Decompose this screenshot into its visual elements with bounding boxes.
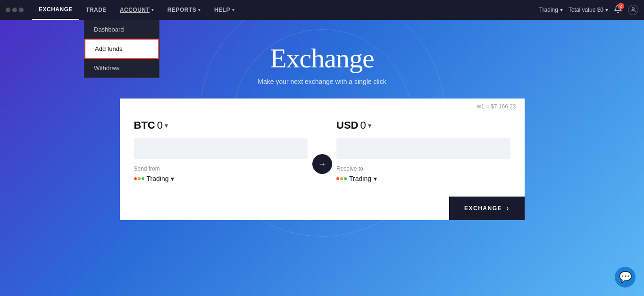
dropdown-add-funds[interactable]: Add funds xyxy=(84,39,159,59)
btc-currency-header: BTC 0 ▾ xyxy=(134,119,308,132)
chevron-down-icon: ▾ xyxy=(560,7,563,13)
usd-select-chevron[interactable]: ▾ xyxy=(368,122,371,129)
window-controls xyxy=(6,8,24,12)
card-left: BTC 0 ▾ Send from Trading ▾ xyxy=(120,110,322,197)
svg-point-0 xyxy=(632,8,635,10)
arrow-right-icon: › xyxy=(507,205,510,212)
nav-reports[interactable]: REPORTS ▾ xyxy=(161,0,208,20)
usd-currency-header: USD 0 ▾ xyxy=(336,119,510,132)
dropdown-withdraw[interactable]: Withdraw xyxy=(84,59,159,77)
navbar: EXCHANGE TRADE ACCOUNT ▾ REPORTS ▾ HELP … xyxy=(0,0,644,20)
card-right: USD 0 ▾ Receive to Trading ▾ xyxy=(322,110,525,197)
chat-bubble[interactable]: 💬 xyxy=(615,267,636,288)
notification-count: 2 xyxy=(618,3,624,9)
account-dropdown: Dashboard Add funds Withdraw xyxy=(84,20,159,78)
wallet-dots xyxy=(134,177,144,180)
wallet-dots-right xyxy=(336,177,347,180)
exchange-button[interactable]: EXCHANGE › xyxy=(449,197,525,220)
page-subtitle: Make your next exchange with a single cl… xyxy=(258,78,386,85)
swap-arrow[interactable]: → xyxy=(312,154,332,174)
chevron-down-icon: ▾ xyxy=(605,7,608,13)
nav-help[interactable]: HELP ▾ xyxy=(208,0,242,20)
usd-balance: 0 xyxy=(360,119,366,132)
nav-exchange[interactable]: EXCHANGE xyxy=(32,0,79,20)
trading-selector[interactable]: Trading ▾ xyxy=(539,7,563,13)
nav-links: EXCHANGE TRADE ACCOUNT ▾ REPORTS ▾ HELP … xyxy=(32,0,539,20)
receive-to-label: Receive to xyxy=(336,165,510,172)
hero-section: Exchange Make your next exchange with a … xyxy=(258,42,386,85)
btc-label: BTC xyxy=(134,119,155,132)
dot-yellow xyxy=(12,8,17,12)
usd-input[interactable] xyxy=(336,138,510,159)
chevron-down-icon: ▾ xyxy=(232,8,235,12)
chevron-down-icon: ▾ xyxy=(198,8,201,12)
dropdown-dashboard[interactable]: Dashboard xyxy=(84,20,159,39)
total-value: Total value $0 ▾ xyxy=(569,7,608,13)
usd-label: USD xyxy=(336,119,358,132)
page-title: Exchange xyxy=(258,42,386,74)
dot-icon-r2 xyxy=(340,177,343,180)
send-wallet-selector[interactable]: Trading ▾ xyxy=(134,175,308,182)
btc-select-chevron[interactable]: ▾ xyxy=(165,122,168,129)
chevron-down-icon: ▾ xyxy=(151,8,154,12)
receive-wallet-chevron: ▾ xyxy=(374,175,377,182)
dot-green xyxy=(19,8,24,12)
nav-trade[interactable]: TRADE xyxy=(79,0,113,20)
exchange-rate: ≋1 = $7,166.23 xyxy=(120,99,525,110)
nav-account[interactable]: ACCOUNT ▾ xyxy=(113,0,161,20)
dot-icon-1 xyxy=(134,177,137,180)
navbar-right: Trading ▾ Total value $0 ▾ 2 xyxy=(539,5,638,15)
dot-icon-2 xyxy=(138,177,141,180)
btc-balance: 0 xyxy=(157,119,163,132)
arrow-circle[interactable]: → xyxy=(312,154,332,174)
exchange-card: ≋1 = $7,166.23 BTC 0 ▾ Send from Tr xyxy=(120,99,525,220)
chat-icon: 💬 xyxy=(619,271,632,283)
send-wallet-label: Trading xyxy=(147,175,169,182)
user-avatar[interactable] xyxy=(628,5,638,15)
dot-icon-r1 xyxy=(336,177,339,180)
dot-icon-3 xyxy=(142,177,144,180)
card-bottom-row: EXCHANGE › xyxy=(120,197,525,220)
notifications-bell[interactable]: 2 xyxy=(614,5,622,15)
send-wallet-chevron: ▾ xyxy=(171,175,174,182)
card-columns: BTC 0 ▾ Send from Trading ▾ xyxy=(120,110,525,197)
btc-input[interactable] xyxy=(134,138,308,159)
arrow-right-icon: → xyxy=(318,159,326,169)
dot-red xyxy=(6,8,10,12)
dot-icon-r3 xyxy=(344,177,347,180)
send-from-label: Send from xyxy=(134,165,308,172)
receive-wallet-selector[interactable]: Trading ▾ xyxy=(336,175,510,182)
receive-wallet-label: Trading xyxy=(349,175,371,182)
